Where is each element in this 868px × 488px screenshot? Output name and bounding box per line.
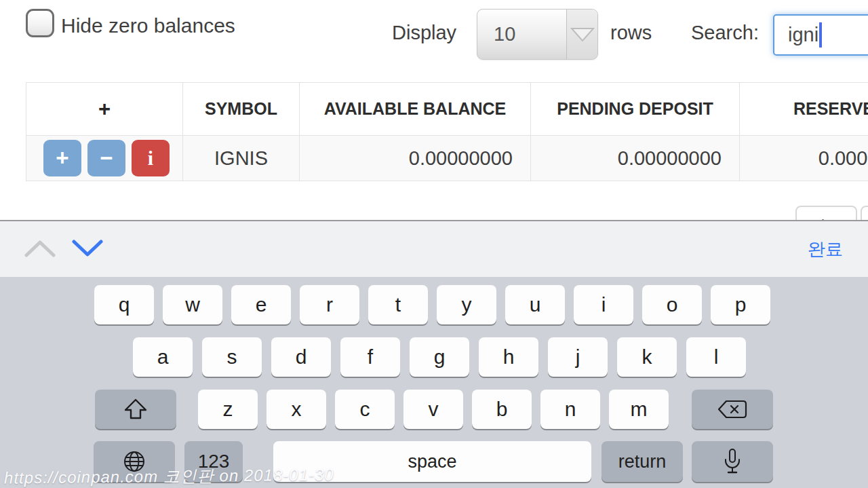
key-a[interactable]: a	[133, 337, 193, 377]
balances-table: + SYMBOL AVAILABLE BALANCE PENDING DEPOS…	[26, 82, 868, 181]
numbers-key[interactable]: 123	[184, 441, 243, 482]
hide-zero-balances-label: Hide zero balances	[61, 14, 235, 37]
space-key[interactable]: space	[273, 441, 591, 482]
keyboard-row-3: z x c v b n m	[95, 390, 773, 429]
withdraw-button[interactable]: −	[87, 140, 125, 176]
column-header-symbol[interactable]: SYMBOL	[183, 83, 300, 136]
key-z[interactable]: z	[198, 390, 258, 429]
key-n[interactable]: n	[540, 390, 600, 429]
deposit-button[interactable]: +	[43, 140, 81, 176]
previous-field-button[interactable]	[24, 240, 56, 257]
keyboard-row-4: 123 space return	[94, 441, 773, 482]
key-x[interactable]: x	[267, 390, 326, 429]
search-input[interactable]: igni	[773, 14, 868, 56]
key-w[interactable]: w	[163, 285, 222, 324]
page-size-value: 10	[477, 23, 566, 45]
key-y[interactable]: y	[437, 285, 496, 324]
ios-keyboard: 완료 q w e r t y u i o p a s d f g h	[0, 220, 868, 488]
keyboard-row-2: a s d f g h j k l	[133, 337, 746, 377]
select-arrow-box[interactable]	[566, 10, 597, 59]
balances-page: Hide zero balances Display 10 rows Searc…	[0, 0, 868, 488]
key-p[interactable]: p	[711, 285, 770, 324]
column-header-add[interactable]: +	[26, 83, 183, 136]
shift-key[interactable]	[95, 390, 176, 429]
key-i[interactable]: i	[574, 285, 633, 324]
search-label: Search:	[691, 22, 759, 44]
key-d[interactable]: d	[271, 337, 331, 377]
column-header-pending[interactable]: PENDING DEPOSIT	[531, 83, 740, 136]
key-b[interactable]: b	[472, 390, 532, 429]
table-row: + − i IGNIS 0.00000000 0.00000000 0.0000…	[26, 136, 868, 181]
hide-zero-balances-checkbox[interactable]	[26, 9, 54, 37]
globe-icon	[121, 449, 147, 474]
key-s[interactable]: s	[202, 337, 262, 377]
key-h[interactable]: h	[479, 337, 538, 377]
chevron-up-icon	[24, 240, 56, 257]
shift-icon	[122, 397, 149, 421]
keyboard-row-1: q w e r t y u i o p	[94, 285, 770, 324]
column-header-reserved[interactable]: RESERVED	[740, 83, 868, 136]
backspace-icon	[715, 396, 749, 422]
key-c[interactable]: c	[335, 390, 395, 429]
info-button[interactable]: i	[132, 140, 170, 176]
rows-label: rows	[610, 22, 652, 44]
key-t[interactable]: t	[368, 285, 428, 324]
table-header-row: + SYMBOL AVAILABLE BALANCE PENDING DEPOS…	[26, 83, 868, 136]
key-g[interactable]: g	[410, 337, 469, 377]
key-k[interactable]: k	[617, 337, 677, 377]
row-actions-cell: + − i	[26, 136, 183, 181]
return-key[interactable]: return	[601, 441, 683, 482]
key-r[interactable]: r	[300, 285, 359, 324]
display-label: Display	[392, 22, 456, 44]
key-q[interactable]: q	[94, 285, 154, 324]
microphone-icon	[721, 447, 744, 476]
text-cursor	[819, 22, 822, 48]
chevron-down-icon	[72, 240, 103, 257]
keyboard-done-button[interactable]: 완료	[808, 238, 843, 261]
pending-deposit-cell: 0.00000000	[531, 136, 740, 181]
next-field-button[interactable]	[72, 240, 103, 257]
search-input-value: igni	[788, 24, 818, 46]
key-f[interactable]: f	[340, 337, 400, 377]
key-m[interactable]: m	[609, 390, 669, 429]
key-v[interactable]: v	[403, 390, 463, 429]
mic-key[interactable]	[692, 441, 773, 482]
key-e[interactable]: e	[231, 285, 291, 324]
key-l[interactable]: l	[686, 337, 746, 377]
key-u[interactable]: u	[505, 285, 565, 324]
available-balance-cell: 0.00000000	[300, 136, 531, 181]
backspace-key[interactable]	[692, 390, 773, 429]
key-j[interactable]: j	[548, 337, 608, 377]
symbol-cell: IGNIS	[183, 136, 300, 181]
keyboard-accessory-bar: 완료	[0, 220, 868, 277]
reserved-cell: 0.00000000	[740, 136, 868, 181]
key-o[interactable]: o	[642, 285, 702, 324]
chevron-down-icon	[570, 27, 595, 42]
page-size-select[interactable]: 10	[477, 9, 598, 60]
column-header-available[interactable]: AVAILABLE BALANCE	[300, 83, 531, 136]
globe-key[interactable]	[94, 441, 175, 482]
keyboard-keys-area: q w e r t y u i o p a s d f g h j k l	[0, 277, 868, 488]
